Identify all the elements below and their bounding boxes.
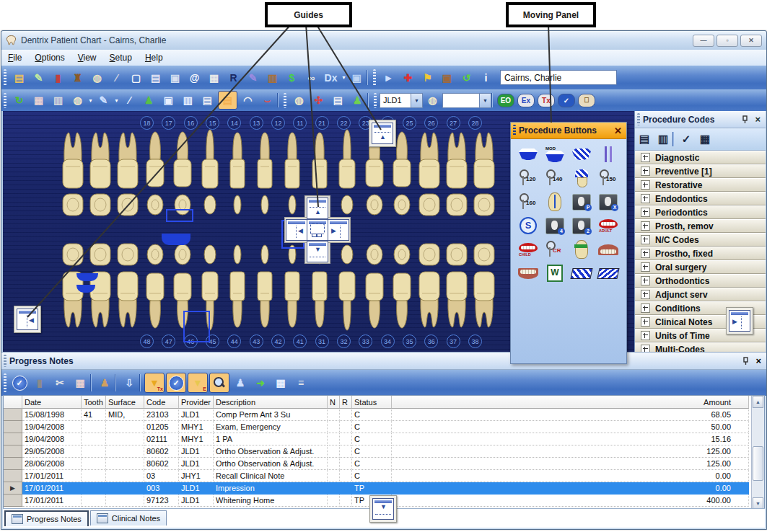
ex-button[interactable]: Ex <box>517 94 535 107</box>
sealant-button[interactable]: S <box>517 216 540 236</box>
view-search-button[interactable] <box>209 373 229 393</box>
title-bar[interactable]: Dentrix Patient Chart - Cairns, Charlie … <box>1 31 766 50</box>
mirror-cr-button[interactable]: CR <box>543 239 566 260</box>
child-mouth-button[interactable]: CHILD <box>517 239 540 260</box>
list-group-button[interactable]: ▥ <box>654 131 672 147</box>
root-canal-button[interactable] <box>543 192 566 212</box>
probes-button[interactable] <box>597 144 620 164</box>
tab-clinical-notes[interactable]: Clinical Notes <box>90 510 167 526</box>
table-row[interactable]: 15/08/199841MID,23103JLD1Comp Perm Ant 3… <box>4 409 752 421</box>
dropdown-caret-icon[interactable]: ▼ <box>88 98 93 103</box>
tooth-center-button[interactable]: ✣ <box>310 92 328 109</box>
adult-mouth-button[interactable]: ADULT <box>597 216 620 236</box>
complete-check-button[interactable]: ✓ <box>558 94 575 107</box>
close-button[interactable]: ✕ <box>740 35 762 47</box>
patient-name-box[interactable]: Cairns, Charlie <box>500 70 617 85</box>
menu-view[interactable]: View <box>71 50 103 65</box>
list-flat-button[interactable]: ▤ <box>636 131 653 147</box>
billing-button[interactable]: $ <box>283 69 301 87</box>
panel-view-button[interactable]: ▦ <box>271 373 290 392</box>
expand-plus-icon[interactable] <box>641 167 650 176</box>
expand-plus-icon[interactable] <box>641 290 650 299</box>
column-header-provider[interactable]: Provider <box>179 396 214 409</box>
column-header-n[interactable]: N <box>328 396 340 409</box>
upper-denture-button[interactable] <box>597 239 620 260</box>
ledger-button[interactable]: ▮ <box>49 69 67 87</box>
stripes-a-button[interactable] <box>570 263 593 283</box>
dropdown-caret-icon[interactable]: ▼ <box>341 75 346 80</box>
perio-arch-button[interactable]: ◠ <box>239 92 257 109</box>
expand-plus-icon[interactable] <box>641 276 650 285</box>
amalgam-mod-button[interactable]: MOD <box>543 144 566 164</box>
close-panel-icon[interactable]: × <box>755 114 761 125</box>
stripes-b-button[interactable] <box>597 263 620 283</box>
medical-alert-button[interactable]: ✚ <box>399 69 417 87</box>
table-row[interactable]: 29/05/200880602JLD1Ortho Observation & A… <box>4 445 752 458</box>
menu-file[interactable]: File <box>1 50 28 65</box>
xray-viewer-button[interactable]: ⁄ <box>120 92 139 109</box>
clipboard2-button[interactable]: ▤ <box>329 92 347 109</box>
list-view-button[interactable]: ≡ <box>292 373 310 392</box>
expand-plus-icon[interactable] <box>641 221 650 231</box>
whitening-button[interactable]: W <box>543 263 566 283</box>
patient-note-button[interactable]: ✎ <box>30 69 48 87</box>
minimize-button[interactable]: — <box>693 35 714 47</box>
toolbar-grip[interactable] <box>4 373 6 391</box>
office-chair-button[interactable]: ♜ <box>69 69 87 87</box>
glasses-button[interactable]: ∞ <box>302 69 320 87</box>
table-row[interactable]: 17/01/201103JHY1Recall Clinical NoteC0.0… <box>4 470 752 482</box>
view-complete-button[interactable]: ✓ <box>166 373 186 393</box>
vertical-scrollbar[interactable]: ▲▼ <box>751 396 764 510</box>
tooth-number-15[interactable]: 15 <box>206 116 219 130</box>
row-selector[interactable] <box>4 433 22 445</box>
close-panel-icon[interactable]: × <box>755 355 761 366</box>
monitor-tooth-button[interactable]: ▣ <box>159 92 177 109</box>
table-row[interactable]: 19/04/200801205MHY1Exam, EmergencyC50.00 <box>4 421 752 433</box>
expand-plus-icon[interactable] <box>641 235 650 244</box>
family-file-button[interactable]: ▤ <box>10 69 28 87</box>
complete-button[interactable]: ✓ <box>10 373 29 392</box>
column-header-status[interactable]: Status <box>352 396 392 409</box>
menu-setup[interactable]: Setup <box>103 50 139 65</box>
tooth-number-16[interactable]: 16 <box>184 116 198 130</box>
blank-doc-button[interactable]: ▢ <box>127 69 145 87</box>
tooth-number-37[interactable]: 37 <box>447 334 460 348</box>
email-button[interactable]: @ <box>185 69 203 87</box>
expand-plus-icon[interactable] <box>641 208 650 217</box>
pin-icon[interactable] <box>741 115 749 124</box>
xray-p-button[interactable]: P <box>570 192 593 212</box>
prescription-button[interactable]: ✎ <box>244 69 262 87</box>
dropdown-arrow-icon[interactable]: ▼ <box>411 94 422 107</box>
category-restorative[interactable]: Restorative <box>635 178 766 192</box>
dock-guide-right[interactable]: ▶ <box>726 307 753 334</box>
invalidate-button[interactable]: ✂ <box>51 373 69 392</box>
category-n-c-codes[interactable]: N/C Codes <box>635 233 766 247</box>
tooth-number-12[interactable]: 12 <box>271 116 285 130</box>
doc-history-button[interactable]: ▣ <box>166 69 184 87</box>
dropdown-caret-icon[interactable]: ▼ <box>114 98 119 103</box>
chart-draw-button[interactable]: ✎ <box>95 92 113 109</box>
expand-plus-icon[interactable] <box>641 194 650 203</box>
row-selector[interactable] <box>4 445 22 458</box>
text-doc-button[interactable]: ▤ <box>146 69 165 87</box>
amalgam-partial-button[interactable] <box>570 144 593 164</box>
toolbar-grip[interactable] <box>4 69 6 86</box>
xray-x-button[interactable]: X <box>597 192 620 212</box>
acquire-button[interactable]: ↺ <box>457 69 475 87</box>
exit-button[interactable]: ⎕ <box>578 94 595 107</box>
tooth-number-42[interactable]: 42 <box>271 334 285 348</box>
expand-button[interactable]: ➜ <box>251 373 270 392</box>
dock-guide-top[interactable]: ▲ <box>369 120 396 147</box>
dock-guide-bottom[interactable]: ▼ <box>307 241 328 262</box>
tooth-band-button[interactable] <box>570 239 593 260</box>
tooth-move-button[interactable]: ◍ <box>290 92 308 109</box>
view-tx-button[interactable]: ▼Tx <box>144 373 165 393</box>
procedure-buttons-header[interactable]: Procedure Buttons ✕ <box>511 123 626 139</box>
tooth-number-35[interactable]: 35 <box>403 334 416 348</box>
expand-plus-icon[interactable] <box>641 303 650 313</box>
dock-guide-right[interactable]: ▶ <box>328 219 349 241</box>
tooth-number-25[interactable]: 25 <box>403 116 416 130</box>
close-procedure-buttons-icon[interactable]: ✕ <box>614 125 622 136</box>
monitor-compare-button[interactable]: ▥ <box>179 92 197 109</box>
category-diagnostic[interactable]: Diagnostic <box>635 151 766 164</box>
